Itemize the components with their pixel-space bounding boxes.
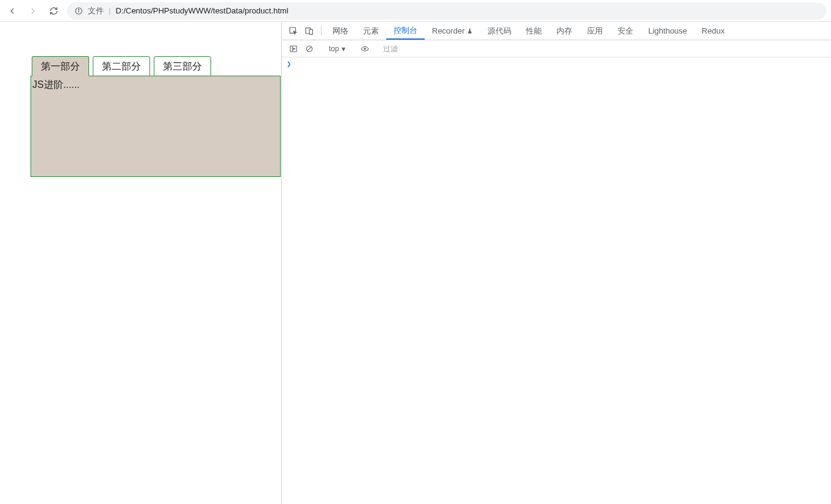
tab-redux[interactable]: Redux — [694, 22, 732, 40]
svg-point-2 — [79, 9, 79, 9]
address-bar[interactable]: 文件 | D:/Centos/PHPstudyWWW/testData/prod… — [67, 2, 826, 20]
console-filter-input[interactable] — [381, 43, 477, 54]
tab-label: 源代码 — [487, 26, 511, 37]
prompt-caret-icon: ❯ — [287, 60, 291, 68]
tab-label: 性能 — [526, 26, 542, 37]
tab-label: 网络 — [333, 26, 348, 37]
context-label: top — [329, 45, 339, 53]
tab-label: 第一部分 — [41, 61, 80, 71]
back-button[interactable] — [5, 4, 20, 18]
console-toolbar: top ▾ — [282, 40, 831, 57]
device-toolbar-icon[interactable] — [301, 22, 317, 40]
inspect-element-icon[interactable] — [286, 22, 301, 40]
address-separator: | — [109, 6, 110, 15]
console-prompt[interactable]: ❯ — [287, 60, 826, 68]
tab-part-2[interactable]: 第二部分 — [93, 56, 150, 76]
content-split: 第一部分 第二部分 第三部分 JS进阶...... — [0, 22, 831, 504]
tab-label: 控制台 — [394, 25, 417, 36]
page-viewport: 第一部分 第二部分 第三部分 JS进阶...... — [0, 22, 282, 504]
tab-label: 应用 — [587, 26, 603, 37]
tab-console[interactable]: 控制台 — [386, 22, 425, 40]
recorder-experiment-icon — [467, 27, 473, 35]
live-expression-icon[interactable] — [357, 45, 373, 53]
tab-part-3[interactable]: 第三部分 — [154, 56, 211, 76]
forward-button[interactable] — [26, 4, 40, 18]
divider — [321, 26, 322, 36]
site-info-icon[interactable] — [74, 7, 83, 15]
tab-widget: 第一部分 第二部分 第三部分 JS进阶...... — [31, 56, 281, 177]
console-sidebar-toggle-icon[interactable] — [286, 45, 301, 53]
console-output[interactable]: ❯ — [282, 57, 831, 504]
devtools-tab-strip: 网络 元素 控制台 Recorder 源代码 性能 内存 应用 安全 Light… — [282, 22, 831, 40]
panel-content: JS进阶...... — [32, 79, 79, 90]
clear-console-icon[interactable] — [301, 45, 317, 53]
tab-label: 元素 — [363, 26, 379, 37]
tab-network[interactable]: 网络 — [325, 22, 356, 40]
tab-panel: JS进阶...... — [31, 76, 281, 177]
tab-security[interactable]: 安全 — [610, 22, 641, 40]
address-protocol-label: 文件 — [88, 5, 104, 16]
tab-performance[interactable]: 性能 — [519, 22, 549, 40]
tab-memory[interactable]: 内存 — [549, 22, 580, 40]
tab-label: Lighthouse — [648, 26, 687, 35]
address-url: D:/Centos/PHPstudyWWW/testData/product.h… — [115, 6, 819, 15]
browser-chrome: 文件 | D:/Centos/PHPstudyWWW/testData/prod… — [0, 0, 831, 22]
tab-label: Redux — [702, 26, 725, 35]
execution-context-select[interactable]: top ▾ — [325, 45, 349, 53]
tab-part-1[interactable]: 第一部分 — [32, 56, 89, 76]
tab-label: 内存 — [556, 26, 572, 37]
svg-point-10 — [364, 48, 366, 50]
tab-label: 第二部分 — [102, 61, 141, 71]
tab-sources[interactable]: 源代码 — [480, 22, 519, 40]
tab-label: Recorder — [432, 26, 464, 35]
svg-line-9 — [308, 47, 311, 51]
tab-label: 安全 — [617, 26, 633, 37]
tab-list: 第一部分 第二部分 第三部分 — [31, 56, 281, 76]
tab-lighthouse[interactable]: Lighthouse — [641, 22, 694, 40]
reload-button[interactable] — [46, 4, 61, 18]
devtools-panel: 网络 元素 控制台 Recorder 源代码 性能 内存 应用 安全 Light… — [282, 22, 831, 504]
tab-application[interactable]: 应用 — [580, 22, 610, 40]
tab-recorder[interactable]: Recorder — [425, 22, 480, 40]
chevron-down-icon: ▾ — [342, 45, 345, 53]
tab-label: 第三部分 — [163, 61, 202, 71]
svg-rect-5 — [309, 29, 312, 34]
tab-elements[interactable]: 元素 — [356, 22, 386, 40]
